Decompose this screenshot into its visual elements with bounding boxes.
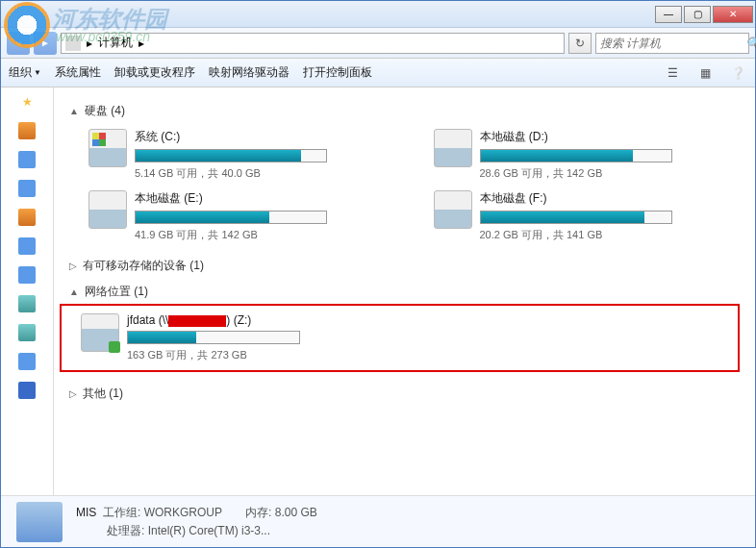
minimize-button[interactable]: — bbox=[655, 6, 682, 23]
back-button[interactable]: ◄ bbox=[7, 32, 30, 55]
path-sep: ▸ bbox=[139, 37, 144, 50]
help-icon[interactable]: ❔ bbox=[728, 63, 747, 83]
drive-usage-bar bbox=[480, 211, 672, 224]
drive-status: 28.6 GB 可用，共 142 GB bbox=[480, 166, 741, 181]
drive-name: 本地磁盘 (F:) bbox=[480, 190, 741, 207]
titlebar: — ▢ ✕ bbox=[1, 1, 755, 28]
network-drive-z[interactable]: jfdata (\\) (Z:) 163 GB 可用，共 273 GB bbox=[81, 313, 730, 362]
view-icon[interactable]: ☰ bbox=[663, 63, 682, 83]
drive-e[interactable]: 本地磁盘 (E:) 41.9 GB 可用，共 142 GB bbox=[88, 190, 395, 242]
lib-item-icon[interactable] bbox=[18, 209, 36, 226]
toolbar: 组织▼ 系统属性 卸载或更改程序 映射网络驱动器 打开控制面板 ☰ ▦ ❔ bbox=[1, 59, 755, 87]
drive-name: jfdata (\\) (Z:) bbox=[127, 313, 730, 327]
lib-item-icon[interactable] bbox=[18, 295, 36, 312]
address-bar[interactable]: ▸ 计算机 ▸ bbox=[61, 33, 565, 54]
highlight-annotation: jfdata (\\) (Z:) 163 GB 可用，共 273 GB bbox=[60, 304, 740, 372]
section-hdd[interactable]: ▲ 硬盘 (4) bbox=[69, 103, 740, 119]
drive-usage-bar bbox=[127, 331, 300, 344]
system-properties-button[interactable]: 系统属性 bbox=[55, 64, 101, 81]
drive-usage-bar bbox=[480, 149, 672, 162]
drive-name: 本地磁盘 (D:) bbox=[480, 129, 741, 145]
drive-icon bbox=[434, 190, 472, 229]
navigation-bar: ◄ ► ▸ 计算机 ▸ ↻ 🔍 bbox=[1, 28, 755, 59]
memory-label: 内存: bbox=[245, 506, 271, 519]
expand-icon: ▷ bbox=[69, 388, 77, 399]
workgroup-value: WORKGROUP bbox=[144, 506, 222, 519]
favorites-icon[interactable]: ★ bbox=[18, 93, 36, 111]
lib-item-icon[interactable] bbox=[18, 180, 36, 197]
control-panel-button[interactable]: 打开控制面板 bbox=[303, 64, 372, 81]
drive-icon bbox=[88, 129, 127, 167]
content-area: ▲ 硬盘 (4) 系统 (C:) 5.14 GB 可用，共 40.0 GB 本地… bbox=[54, 87, 755, 495]
forward-button[interactable]: ► bbox=[34, 32, 57, 55]
computer-icon[interactable] bbox=[18, 382, 36, 399]
search-input[interactable] bbox=[600, 37, 745, 50]
path-sep: ▸ bbox=[87, 37, 92, 50]
libraries-icon[interactable] bbox=[18, 122, 36, 139]
drive-c[interactable]: 系统 (C:) 5.14 GB 可用，共 40.0 GB bbox=[88, 129, 395, 181]
workgroup-label: 工作组: bbox=[103, 506, 140, 519]
close-button[interactable]: ✕ bbox=[713, 6, 753, 23]
organize-menu[interactable]: 组织▼ bbox=[9, 64, 41, 81]
section-label: 硬盘 (4) bbox=[85, 103, 125, 119]
location-label: 计算机 bbox=[98, 35, 133, 51]
computer-name: MIS bbox=[76, 506, 96, 519]
drive-name: 系统 (C:) bbox=[135, 129, 395, 145]
lib-item-icon[interactable] bbox=[18, 266, 36, 284]
computer-large-icon bbox=[16, 502, 63, 542]
refresh-button[interactable]: ↻ bbox=[568, 33, 592, 54]
collapse-icon: ▲ bbox=[69, 106, 79, 116]
preview-icon[interactable]: ▦ bbox=[695, 63, 715, 83]
expand-icon: ▷ bbox=[69, 261, 77, 271]
search-box[interactable]: 🔍 bbox=[595, 33, 749, 54]
drive-status: 163 GB 可用，共 273 GB bbox=[127, 348, 730, 362]
drive-f[interactable]: 本地磁盘 (F:) 20.2 GB 可用，共 141 GB bbox=[434, 190, 741, 242]
drive-usage-bar bbox=[135, 149, 327, 162]
drive-name: 本地磁盘 (E:) bbox=[135, 190, 395, 207]
cpu-value: Intel(R) Core(TM) i3-3... bbox=[148, 524, 270, 537]
drive-status: 5.14 GB 可用，共 40.0 GB bbox=[135, 166, 395, 181]
lib-item-icon[interactable] bbox=[18, 151, 36, 168]
section-label: 有可移动存储的设备 (1) bbox=[83, 258, 204, 274]
lib-item-icon[interactable] bbox=[18, 237, 36, 255]
section-label: 网络位置 (1) bbox=[85, 284, 148, 300]
maximize-button[interactable]: ▢ bbox=[684, 6, 711, 23]
computer-icon bbox=[65, 36, 81, 51]
section-other[interactable]: ▷ 其他 (1) bbox=[69, 386, 740, 402]
section-removable[interactable]: ▷ 有可移动存储的设备 (1) bbox=[69, 258, 740, 274]
memory-value: 8.00 GB bbox=[275, 506, 317, 519]
sidebar: ★ bbox=[1, 87, 54, 495]
drive-d[interactable]: 本地磁盘 (D:) 28.6 GB 可用，共 142 GB bbox=[434, 129, 741, 181]
section-network[interactable]: ▲ 网络位置 (1) bbox=[69, 284, 740, 300]
uninstall-button[interactable]: 卸载或更改程序 bbox=[114, 64, 195, 81]
redacted-hostname bbox=[168, 315, 226, 327]
drive-status: 20.2 GB 可用，共 141 GB bbox=[480, 228, 741, 242]
lib-item-icon[interactable] bbox=[18, 353, 36, 370]
drive-icon bbox=[88, 190, 127, 229]
lib-item-icon[interactable] bbox=[18, 324, 36, 341]
cpu-label: 处理器: bbox=[107, 524, 144, 537]
drive-icon bbox=[434, 129, 472, 167]
section-label: 其他 (1) bbox=[83, 386, 123, 402]
drive-usage-bar bbox=[135, 211, 327, 224]
details-pane: MIS 工作组: WORKGROUP 内存: 8.00 GB 处理器: Inte… bbox=[1, 495, 755, 547]
collapse-icon: ▲ bbox=[69, 286, 79, 297]
drive-status: 41.9 GB 可用，共 142 GB bbox=[135, 228, 395, 242]
network-drive-icon bbox=[81, 313, 119, 352]
search-icon: 🔍 bbox=[745, 37, 756, 50]
map-drive-button[interactable]: 映射网络驱动器 bbox=[209, 64, 290, 81]
